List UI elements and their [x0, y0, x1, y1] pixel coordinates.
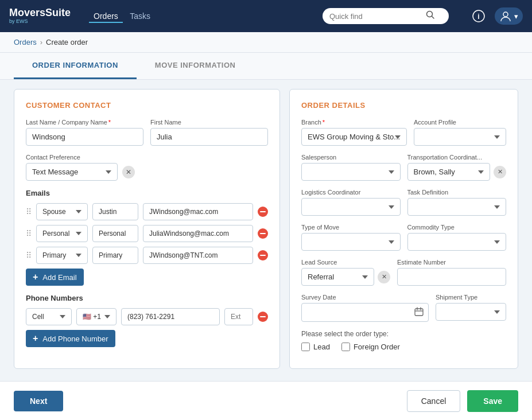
footer-left: Next: [14, 391, 63, 411]
remove-email-button-spouse[interactable]: [258, 207, 268, 217]
email-label-input-primary[interactable]: [92, 247, 138, 264]
commodity-type-select[interactable]: [407, 233, 507, 251]
drag-handle-icon[interactable]: ⠿: [26, 207, 32, 216]
search-input[interactable]: [329, 12, 421, 21]
lead-label: Lead: [313, 343, 330, 351]
logistics-label: Logistics Coordinator: [301, 189, 401, 196]
phone-row-cell: CellHomeWork 🇺🇸 +1: [26, 308, 268, 325]
phone-number-input[interactable]: [121, 308, 220, 325]
breadcrumb-current: Create order: [46, 38, 88, 46]
account-profile-select[interactable]: [414, 128, 506, 146]
task-definition-select[interactable]: [407, 198, 507, 216]
transport-coord-row: Brown, Sally ✕: [407, 163, 507, 181]
order-type-row: Lead Foreign Order: [301, 343, 506, 351]
add-email-label: Add Email: [42, 273, 76, 282]
customer-contact-panel: CUSTOMER CONTACT Last Name / Company Nam…: [14, 89, 280, 369]
lead-source-label: Lead Source: [301, 259, 390, 266]
contact-pref-group: Contact Preference Text Message Email Ph…: [26, 154, 268, 181]
lead-source-select[interactable]: Referral: [301, 268, 374, 286]
next-button[interactable]: Next: [14, 391, 63, 411]
svg-line-1: [432, 17, 434, 19]
move-commodity-row: Type of Move Commodity Type: [301, 224, 506, 251]
chevron-down-icon: ▾: [514, 12, 518, 21]
foreign-order-checkbox[interactable]: [341, 343, 350, 351]
shipment-type-select[interactable]: [436, 303, 506, 321]
remove-email-button-personal[interactable]: [258, 228, 268, 239]
search-bar: [323, 8, 449, 24]
footer-right: Cancel Save: [407, 390, 518, 412]
tab-move-information[interactable]: MOVE INFORMATION: [137, 53, 254, 79]
email-label-input-spouse[interactable]: [92, 203, 138, 220]
tab-order-information[interactable]: ORDER INFORMATION: [14, 53, 137, 79]
commodity-type-label: Commodity Type: [407, 224, 507, 231]
lead-source-group: Lead Source Referral ✕: [301, 259, 390, 286]
commodity-type-group: Commodity Type: [407, 224, 507, 251]
calendar-icon-button[interactable]: [410, 304, 428, 321]
phone-numbers-title: Phone Numbers: [26, 294, 268, 302]
survey-date-group: Survey Date: [301, 294, 429, 322]
add-phone-button[interactable]: + Add Phone Number: [26, 330, 115, 347]
account-profile-group: Account Profile: [414, 119, 506, 146]
phone-ext-input[interactable]: [224, 308, 253, 325]
remove-phone-button[interactable]: [258, 312, 268, 322]
email-row-primary: ⠿ PrimarySpousePersonal: [26, 247, 268, 264]
email-type-select-primary[interactable]: PrimarySpousePersonal: [36, 247, 88, 264]
email-type-select-personal[interactable]: PersonalSpousePrimary: [36, 225, 88, 242]
remove-email-button-primary[interactable]: [258, 250, 268, 260]
survey-date-input[interactable]: [302, 304, 410, 321]
footer: Next Cancel Save: [0, 381, 532, 420]
header-icons: i ▾: [469, 7, 523, 25]
survey-date-label: Survey Date: [301, 294, 429, 301]
branch-select[interactable]: EWS Group Moving & Sto...: [301, 128, 407, 146]
order-details-title: ORDER DETAILS: [301, 101, 506, 110]
branch-group: Branch* EWS Group Moving & Sto...: [301, 119, 407, 146]
salesperson-label: Salesperson: [301, 154, 401, 161]
foreign-order-checkbox-label[interactable]: Foreign Order: [341, 343, 400, 351]
email-type-select-spouse[interactable]: SpousePersonalPrimary: [36, 203, 88, 220]
breadcrumb-parent[interactable]: Orders: [14, 38, 37, 46]
main-content: CUSTOMER CONTACT Last Name / Company Nam…: [0, 80, 532, 378]
logistics-select[interactable]: [301, 198, 401, 216]
main-nav: Orders Tasks: [89, 11, 155, 21]
transport-coord-select[interactable]: Brown, Sally: [407, 163, 491, 181]
first-name-input[interactable]: [150, 128, 268, 146]
contact-pref-clear-button[interactable]: ✕: [122, 166, 135, 178]
avatar-button[interactable]: ▾: [495, 7, 523, 25]
branch-account-row: Branch* EWS Group Moving & Sto... Accoun…: [301, 119, 506, 146]
email-address-input-personal[interactable]: [143, 225, 253, 242]
logo-text: MoversSuite: [9, 7, 71, 19]
phone-flag-select[interactable]: 🇺🇸 +1: [76, 308, 117, 325]
contact-pref-select[interactable]: Text Message Email Phone None: [26, 163, 118, 181]
cancel-button[interactable]: Cancel: [407, 390, 461, 412]
transport-coord-clear-button[interactable]: ✕: [494, 166, 506, 178]
phone-type-select[interactable]: CellHomeWork: [26, 308, 72, 325]
name-row: Last Name / Company Name* First Name: [26, 119, 268, 146]
salesperson-transport-row: Salesperson Transportation Coordinat... …: [301, 154, 506, 181]
foreign-order-label: Foreign Order: [354, 343, 400, 351]
logo-sub-text: by EWS: [9, 19, 71, 25]
nav-orders[interactable]: Orders: [89, 9, 123, 23]
email-address-input-spouse[interactable]: [143, 203, 253, 220]
lead-source-row: Referral ✕: [301, 268, 390, 286]
nav-tasks[interactable]: Tasks: [125, 9, 155, 23]
svg-point-4: [503, 12, 508, 17]
email-label-input-personal[interactable]: [92, 225, 138, 242]
last-name-input[interactable]: [26, 128, 143, 146]
type-of-move-select[interactable]: [301, 233, 401, 251]
drag-handle-icon[interactable]: ⠿: [26, 251, 32, 260]
estimate-number-input[interactable]: [397, 268, 506, 286]
svg-rect-13: [415, 309, 423, 316]
account-profile-label: Account Profile: [414, 119, 506, 126]
info-button[interactable]: i: [469, 7, 488, 25]
salesperson-select[interactable]: [301, 163, 401, 181]
add-email-button[interactable]: + Add Email: [26, 269, 84, 286]
email-address-input-primary[interactable]: [143, 247, 253, 264]
salesperson-group: Salesperson: [301, 154, 401, 181]
lead-source-clear-button[interactable]: ✕: [378, 271, 390, 283]
save-button[interactable]: Save: [467, 390, 518, 412]
lead-checkbox[interactable]: [301, 343, 310, 351]
lead-checkbox-label[interactable]: Lead: [301, 343, 330, 351]
drag-handle-icon[interactable]: ⠿: [26, 229, 32, 238]
shipment-type-label: Shipment Type: [436, 294, 506, 301]
estimate-number-label: Estimate Number: [397, 259, 506, 266]
